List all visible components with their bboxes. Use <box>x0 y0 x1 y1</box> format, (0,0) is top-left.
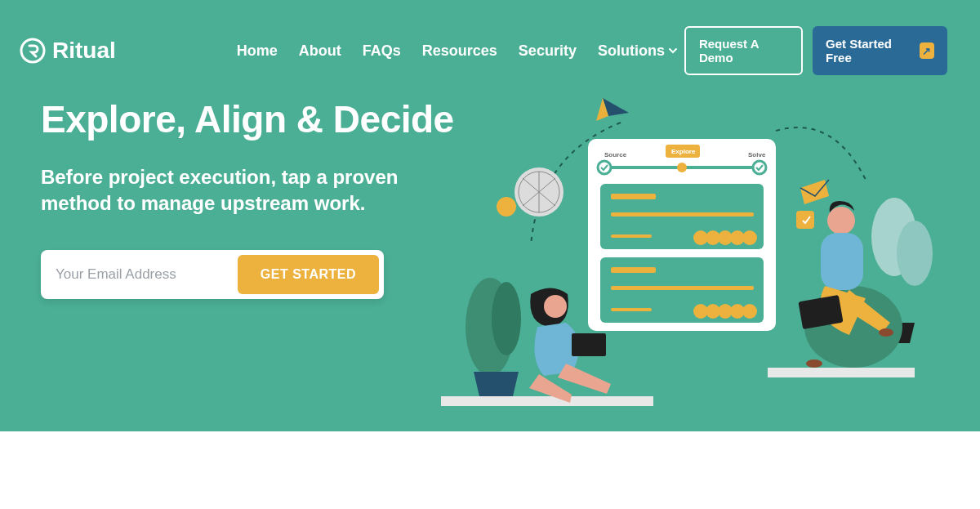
svg-marker-29 <box>800 180 829 204</box>
svg-point-0 <box>21 39 44 62</box>
svg-rect-30 <box>796 211 814 229</box>
svg-point-28 <box>742 304 757 319</box>
svg-point-34 <box>827 207 855 234</box>
svg-point-4 <box>497 197 516 217</box>
svg-rect-22 <box>611 286 754 290</box>
nav-menu: Home About FAQs Resources Security Solut… <box>237 42 678 60</box>
hero-content: Explore, Align & Decide Before project e… <box>41 98 466 299</box>
hero-illustration: Source Explore Solve <box>441 82 947 425</box>
svg-rect-21 <box>611 267 656 273</box>
hero-headline: Explore, Align & Decide <box>41 98 466 141</box>
nav-item-resources[interactable]: Resources <box>422 42 497 60</box>
brand-logo[interactable]: Ritual <box>20 38 116 64</box>
card-explore-label: Explore <box>671 148 696 155</box>
nav-item-about[interactable]: About <box>299 42 341 60</box>
svg-point-32 <box>897 221 933 286</box>
card-source-label: Source <box>604 151 627 159</box>
svg-rect-41 <box>441 396 653 406</box>
hero-sublead: Before project execution, tap a proven m… <box>41 164 466 217</box>
svg-point-19 <box>742 230 757 245</box>
svg-point-43 <box>544 295 567 318</box>
svg-rect-44 <box>572 333 606 356</box>
nav-item-faqs[interactable]: FAQs <box>363 42 401 60</box>
chevron-down-icon <box>668 46 678 56</box>
ritual-logo-icon <box>20 38 46 64</box>
nav-solutions-label: Solutions <box>598 42 665 60</box>
email-form: GET STARTED <box>41 250 384 299</box>
svg-rect-23 <box>611 308 652 311</box>
svg-point-10 <box>753 161 766 174</box>
arrow-up-right-icon: ↗ <box>920 42 934 59</box>
nav-item-home[interactable]: Home <box>237 42 278 60</box>
svg-point-8 <box>598 161 611 174</box>
svg-point-9 <box>677 163 687 172</box>
nav-actions: Request A Demo Get Started Free ↗ <box>684 26 947 75</box>
svg-point-40 <box>492 282 521 355</box>
get-started-button[interactable]: GET STARTED <box>238 255 379 294</box>
svg-point-36 <box>806 359 822 368</box>
svg-rect-14 <box>611 234 652 238</box>
get-started-free-button[interactable]: Get Started Free ↗ <box>813 26 947 75</box>
svg-rect-13 <box>611 212 754 217</box>
svg-rect-12 <box>611 194 656 199</box>
hero-section: Ritual Home About FAQs Resources Securit… <box>0 0 980 431</box>
brand-name: Ritual <box>52 38 116 64</box>
get-started-free-label: Get Started Free <box>826 37 913 65</box>
top-nav: Ritual Home About FAQs Resources Securit… <box>0 0 980 75</box>
card-solve-label: Solve <box>748 151 766 159</box>
svg-rect-42 <box>768 368 915 377</box>
svg-point-37 <box>879 328 893 337</box>
svg-rect-35 <box>821 233 863 290</box>
nav-item-security[interactable]: Security <box>519 42 577 60</box>
email-input[interactable] <box>52 257 238 292</box>
request-demo-button[interactable]: Request A Demo <box>684 26 803 75</box>
nav-item-solutions[interactable]: Solutions <box>598 42 678 60</box>
